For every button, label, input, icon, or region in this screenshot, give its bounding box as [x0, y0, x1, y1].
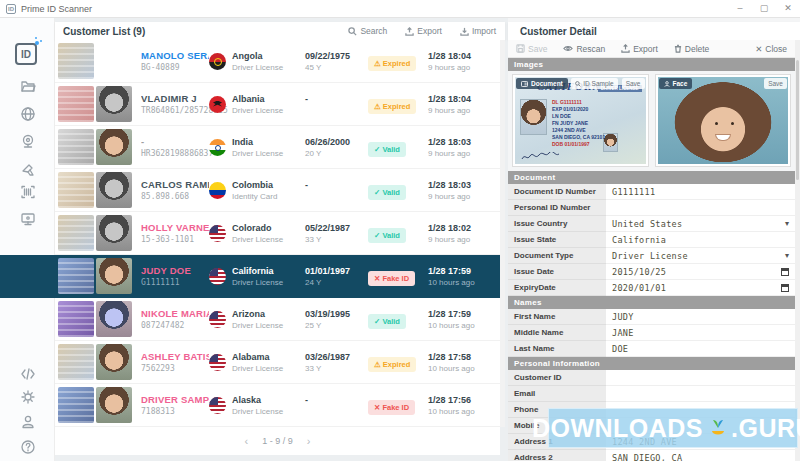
- close-detail-button[interactable]: ✕ Close: [747, 40, 795, 58]
- scan-time-ago: 10 hours ago: [428, 407, 500, 416]
- section-images: Images: [508, 58, 795, 71]
- barcode-icon[interactable]: [17, 181, 39, 203]
- delete-button[interactable]: Delete: [666, 40, 718, 58]
- account-icon[interactable]: [17, 411, 39, 433]
- customer-row[interactable]: ASHLEY BATISTE7562293AlabamaDriver Licen…: [55, 341, 500, 384]
- customer-name[interactable]: CARLOS RAMIREZ: [141, 179, 209, 190]
- section-names: Names: [508, 296, 795, 309]
- monitor-icon[interactable]: [17, 208, 39, 230]
- field-row: First NameJUDY: [508, 309, 795, 325]
- field-value: DOE: [612, 344, 628, 354]
- scanner-icon[interactable]: [17, 158, 39, 180]
- field-value: G1111111: [612, 187, 655, 197]
- date-of-birth: 05/22/1987: [305, 223, 368, 233]
- status-badge: ✕ Fake ID: [368, 400, 415, 415]
- customer-id-number: TR864861/285728915: [141, 106, 209, 115]
- license-signature: [521, 148, 561, 158]
- field-row: Issue StateCalifornia: [508, 232, 795, 248]
- customer-row[interactable]: VLADIMIR JTR864861/285728915AlbaniaDrive…: [55, 83, 500, 126]
- customer-name[interactable]: NIKOLE MARIAN: [141, 308, 209, 319]
- section-personal: Personal Information: [508, 357, 795, 370]
- scan-time: 1/28 17:59: [428, 309, 500, 319]
- license-text-line: LN DOE: [552, 113, 605, 120]
- globe-icon[interactable]: [17, 103, 39, 125]
- face-thumbnail: [96, 301, 132, 337]
- field-input[interactable]: SAN DIEGO, CA: [606, 450, 795, 461]
- field-input[interactable]: Driver License▾: [606, 248, 795, 264]
- field-input[interactable]: 2015/10/25: [606, 264, 795, 280]
- customer-id-number: HR3628198886837: [141, 149, 209, 158]
- field-input[interactable]: [606, 200, 795, 216]
- images-area: Document ID Sample Save CALIFORNIA DRIVE…: [508, 71, 795, 171]
- customer-row[interactable]: NIKOLE MARIAN087247482ArizonaDriver Lice…: [55, 298, 500, 341]
- next-page-button[interactable]: ›: [307, 435, 311, 447]
- minimize-button[interactable]: –: [728, 0, 752, 17]
- customer-name[interactable]: VLADIMIR J: [141, 93, 209, 104]
- field-value: 2020/01/01: [612, 283, 666, 293]
- calendar-icon[interactable]: [781, 268, 789, 276]
- customer-row[interactable]: DRIVER SAMPLE7188313AlaskaDriver License…: [55, 384, 500, 427]
- customer-name[interactable]: JUDY DOE: [141, 265, 209, 276]
- field-input[interactable]: United States▾: [606, 216, 795, 232]
- maximize-button[interactable]: ▢: [752, 0, 776, 17]
- selected-row-highlight-extension: [0, 255, 55, 298]
- close-window-button[interactable]: ✕: [776, 0, 800, 17]
- save-face-image-button[interactable]: Save: [764, 78, 787, 89]
- help-icon[interactable]: [17, 436, 39, 458]
- export-detail-button[interactable]: Export: [613, 40, 666, 58]
- license-image: CALIFORNIA DRIVER LICENSE DL G1111111EXP…: [515, 77, 646, 164]
- status-icon: ✓: [374, 317, 380, 326]
- field-input[interactable]: [606, 370, 795, 386]
- customer-row[interactable]: HOLLY VARNELL15-363-1101ColoradoDriver L…: [55, 212, 500, 255]
- search-button[interactable]: Search: [339, 22, 396, 40]
- field-input[interactable]: JUDY: [606, 309, 795, 325]
- customer-name[interactable]: ASHLEY BATISTE: [141, 351, 209, 362]
- list-scrollbar[interactable]: [500, 40, 505, 427]
- field-label: Issue Country: [508, 216, 606, 232]
- document-image-card[interactable]: Document ID Sample Save CALIFORNIA DRIVE…: [512, 74, 649, 167]
- prev-page-button[interactable]: ‹: [245, 435, 249, 447]
- field-input[interactable]: JANE: [606, 325, 795, 341]
- save-document-image-button[interactable]: Save: [622, 78, 645, 89]
- customer-name[interactable]: HOLLY VARNELL: [141, 222, 209, 233]
- date-of-birth: 06/26/2000: [305, 137, 368, 147]
- field-input[interactable]: DOE: [606, 341, 795, 357]
- face-thumbnail: [96, 129, 132, 165]
- field-row: Last NameDOE: [508, 341, 795, 357]
- field-input[interactable]: 2020/01/01: [606, 280, 795, 296]
- pagination: ‹ 1 - 9 / 9 ›: [55, 427, 500, 455]
- detail-scrollbar[interactable]: [795, 40, 800, 461]
- customer-row[interactable]: -HR3628198886837IndiaDriver License06/26…: [55, 126, 500, 169]
- scan-time: 1/28 18:04: [428, 94, 500, 104]
- app-icon: ID: [6, 4, 16, 14]
- settings-icon[interactable]: [17, 386, 39, 408]
- field-input[interactable]: G1111111: [606, 184, 795, 200]
- customer-name[interactable]: MANOLO SERAFIN LOMEN: [141, 50, 209, 61]
- field-label: First Name: [508, 309, 606, 325]
- app-logo[interactable]: ID: [15, 43, 37, 65]
- import-button[interactable]: Import: [451, 22, 505, 40]
- customer-row[interactable]: JUDY DOEG1111111CaliforniaDriver License…: [55, 255, 500, 298]
- rescan-button[interactable]: Rescan: [555, 40, 613, 58]
- folder-open-icon[interactable]: [17, 75, 39, 97]
- customer-row[interactable]: CARLOS RAMIREZ85.898.668ColombiaIdentity…: [55, 169, 500, 212]
- field-input[interactable]: California: [606, 232, 795, 248]
- document-thumbnail: [58, 215, 94, 251]
- field-row: Document TypeDriver License▾: [508, 248, 795, 264]
- scan-time: 1/28 18:04: [428, 51, 500, 61]
- export-button[interactable]: Export: [396, 22, 451, 40]
- face-thumbnail: [96, 344, 132, 380]
- customer-row[interactable]: MANOLO SERAFIN LOMENBG-40889AngolaDriver…: [55, 40, 500, 83]
- save-button[interactable]: Save: [508, 40, 555, 58]
- webcam-icon[interactable]: [17, 130, 39, 152]
- id-sample-button[interactable]: ID Sample: [571, 78, 617, 89]
- code-icon[interactable]: [17, 363, 39, 385]
- age: [305, 192, 368, 200]
- customer-name[interactable]: -: [141, 136, 209, 147]
- field-input[interactable]: [606, 386, 795, 402]
- customer-name[interactable]: DRIVER SAMPLE: [141, 394, 209, 405]
- calendar-icon[interactable]: [781, 284, 789, 292]
- face-image-card[interactable]: Face Save: [655, 74, 792, 167]
- trash-icon: [674, 44, 682, 53]
- scan-time: 1/28 17:56: [428, 395, 500, 405]
